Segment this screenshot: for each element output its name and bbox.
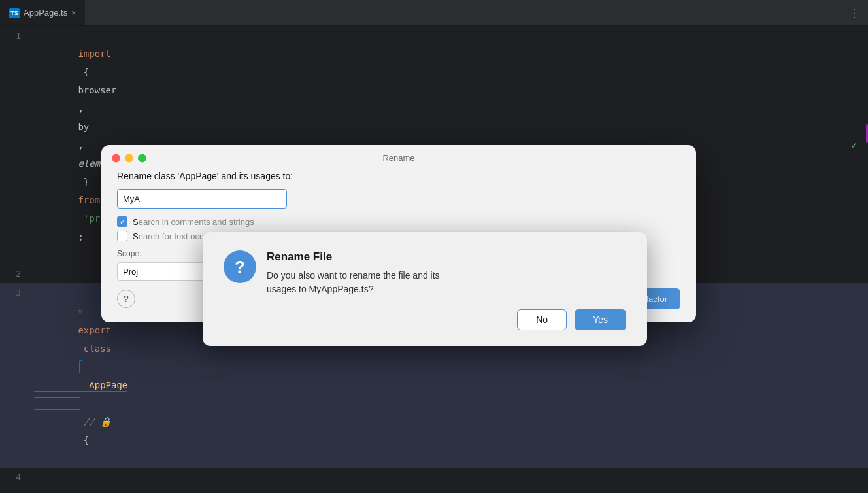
rename-file-header: ? Rename File Do you also want to rename… — [224, 250, 626, 296]
code-line-4: 4 ▽ async navigateTo (): Promise < unkno… — [0, 468, 868, 493]
keyword-class: class — [78, 343, 111, 354]
ts-badge: TS — [9, 8, 20, 18]
line-number-2: 2 — [0, 265, 31, 283]
check-icon: ✓ — [851, 136, 858, 154]
line-number-3: 3 — [0, 284, 31, 302]
tab-close-button[interactable]: × — [71, 8, 76, 18]
identifier-by: by — [78, 122, 89, 132]
rename-file-yes-button[interactable]: Yes — [575, 309, 626, 330]
comment-icon: // 🔒 — [78, 416, 111, 427]
identifier-browser: browser — [78, 85, 116, 95]
help-button[interactable]: ? — [117, 290, 135, 308]
traffic-light-yellow[interactable] — [125, 154, 133, 162]
punct: { — [78, 67, 94, 77]
traffic-light-red[interactable] — [112, 154, 120, 162]
rename-file-footer: No Yes — [224, 309, 626, 330]
tab-apppage[interactable]: TS AppPage.ts × — [0, 0, 86, 26]
keyword-import: import — [78, 48, 111, 59]
punct: , — [78, 140, 89, 150]
rename-dialog-titlebar: Rename — [101, 145, 696, 171]
rename-prompt: Rename class 'AppPage' and its usages to… — [117, 171, 680, 181]
rename-input-field[interactable] — [117, 189, 287, 209]
tab-filename: AppPage.ts — [24, 8, 67, 18]
line-number-1: 1 — [0, 27, 31, 45]
tab-bar: TS AppPage.ts × ⋮ — [0, 0, 868, 26]
rename-input-row — [117, 189, 680, 209]
rename-dialog-title: Rename — [382, 153, 414, 163]
classname-apppage: AppPage — [89, 380, 127, 390]
punct: , — [78, 103, 89, 114]
punct: } — [78, 177, 94, 187]
tab-menu-button[interactable]: ⋮ — [848, 6, 868, 20]
rename-file-text: Rename File Do you also want to rename t… — [267, 250, 440, 296]
checkbox-option-1[interactable]: ✓ — [117, 216, 127, 227]
rename-file-message: Do you also want to rename the file and … — [267, 269, 440, 296]
keyword-export: export — [78, 325, 111, 335]
class-open-brace: { — [78, 435, 89, 445]
fold-icon-3: ▽ — [78, 307, 82, 316]
line-1-status: ✓ — [851, 26, 858, 264]
rename-file-title: Rename File — [267, 250, 440, 264]
keyword-from: from — [78, 195, 100, 205]
punct: ; — [78, 231, 83, 242]
classname-highlight: AppPage — [34, 360, 127, 410]
checkbox-option-2[interactable] — [117, 231, 127, 241]
rename-file-no-button[interactable]: No — [517, 309, 567, 330]
option-1-label: Search in comments and strings — [133, 217, 254, 227]
rename-option-1: ✓ Search in comments and strings — [117, 216, 680, 227]
rename-file-dialog: ? Rename File Do you also want to rename… — [203, 232, 647, 346]
line-content-4: ▽ async navigateTo (): Promise < unknown… — [31, 468, 868, 493]
editor-window: TS AppPage.ts × ⋮ 1 import { browser , b… — [0, 0, 868, 493]
traffic-lights — [112, 154, 146, 162]
line-number-4: 4 — [0, 468, 31, 486]
rename-file-icon: ? — [224, 250, 256, 283]
traffic-light-green[interactable] — [138, 154, 146, 162]
